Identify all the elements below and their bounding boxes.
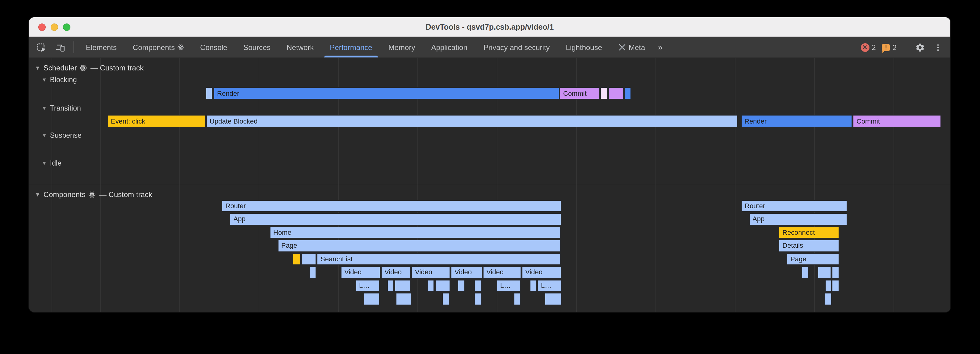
flame-bar-video[interactable]: Video	[483, 266, 521, 278]
track-subtitle: — Custom track	[99, 190, 152, 199]
flame-bar-details[interactable]: Details	[779, 240, 839, 252]
tab-label: Network	[286, 43, 314, 52]
flame-bar-commit[interactable]: Commit	[853, 115, 941, 127]
flame-bar-event-click[interactable]: Event: click	[107, 115, 205, 127]
flame-bar-video[interactable]: Video	[340, 266, 380, 278]
tab-elements[interactable]: Elements	[78, 37, 125, 57]
flame-bar-chip[interactable]	[825, 279, 832, 292]
flame-bar-l[interactable]: L…	[496, 279, 520, 292]
flame-bar-chip[interactable]	[396, 293, 411, 305]
tab-privacy-and-security[interactable]: Privacy and security	[476, 37, 558, 57]
flame-bar-chip[interactable]	[802, 266, 809, 278]
collapse-triangle-icon[interactable]: ▼	[42, 105, 47, 111]
error-badge[interactable]: ✕ 2	[861, 43, 876, 52]
tab-console[interactable]: Console	[192, 37, 235, 57]
flame-bar-chip[interactable]	[435, 279, 450, 292]
flame-bar-update-blocked[interactable]: Update Blocked	[206, 115, 738, 127]
flame-bar-chip[interactable]	[600, 87, 607, 99]
flame-bar-label: Router	[222, 201, 560, 211]
device-toolbar-icon[interactable]	[51, 37, 70, 57]
flame-bar-chip[interactable]	[387, 279, 394, 292]
flame-bar-commit[interactable]: Commit	[560, 87, 600, 99]
tab-application[interactable]: Application	[423, 37, 475, 57]
collapse-triangle-icon[interactable]: ▼	[35, 65, 40, 71]
flame-bar-chip[interactable]	[608, 87, 624, 99]
collapse-triangle-icon[interactable]: ▼	[35, 191, 40, 198]
flame-bar-chip[interactable]	[205, 87, 212, 99]
flame-bar-l[interactable]: L…	[537, 279, 562, 292]
lane-label: Suspense	[50, 132, 81, 139]
tab-lighthouse[interactable]: Lighthouse	[558, 37, 610, 57]
tab-label: Performance	[330, 43, 372, 52]
flame-bar-chip[interactable]	[395, 279, 410, 292]
flame-bar-chip[interactable]	[442, 293, 450, 305]
tab-network[interactable]: Network	[278, 37, 322, 57]
flame-bar-video[interactable]: Video	[381, 266, 410, 278]
flame-bar-chip[interactable]	[427, 279, 434, 292]
flame-bar-label: Details	[779, 240, 838, 251]
more-tabs-chevron[interactable]: »	[653, 37, 668, 57]
lane-blocking[interactable]: ▼Blocking	[42, 76, 77, 83]
flame-bar-label: Event: click	[108, 116, 205, 127]
zoom-button[interactable]	[63, 23, 70, 30]
flame-bar-page[interactable]: Page	[787, 253, 839, 265]
tab-components[interactable]: Components	[125, 37, 192, 57]
scheduler-track-header[interactable]: ▼ Scheduler — Custom track	[35, 62, 143, 73]
flame-bar-label: Home	[270, 227, 560, 238]
flame-bar-chip[interactable]	[293, 253, 301, 265]
flame-bar-router[interactable]: Router	[222, 200, 561, 212]
components-track-header[interactable]: ▼ Components — Custom track	[35, 189, 152, 200]
flame-bar-label: Video	[341, 267, 379, 278]
flame-bar-chip[interactable]	[530, 279, 537, 292]
flame-bar-chip[interactable]	[514, 293, 520, 305]
flame-bar-label: Video	[452, 267, 482, 278]
flame-bar-chip[interactable]	[832, 279, 839, 292]
flame-bar-chip[interactable]	[824, 293, 832, 305]
flame-bar-video[interactable]: Video	[522, 266, 561, 278]
lane-transition[interactable]: ▼Transition	[42, 104, 81, 112]
devtools-window: DevTools - qsvd7p.csb.app/video/1 Elemen…	[29, 17, 950, 312]
flame-bar-l[interactable]: L…	[355, 279, 380, 292]
tab-memory[interactable]: Memory	[380, 37, 423, 57]
warning-badge[interactable]: ! 2	[882, 43, 897, 52]
minimize-button[interactable]	[51, 23, 58, 30]
lane-suspense[interactable]: ▼Suspense	[42, 132, 81, 139]
flame-bar-chip[interactable]	[301, 253, 316, 265]
tab-performance[interactable]: Performance	[322, 37, 380, 57]
collapse-triangle-icon[interactable]: ▼	[42, 132, 47, 139]
flame-bar-video[interactable]: Video	[451, 266, 482, 278]
close-button[interactable]	[38, 23, 46, 30]
flame-bar-searchlist[interactable]: SearchList	[317, 253, 561, 265]
warning-count: 2	[892, 43, 897, 52]
flame-bar-chip[interactable]	[458, 279, 465, 292]
flame-bar-chip[interactable]	[474, 279, 482, 292]
flame-bar-router[interactable]: Router	[741, 200, 847, 212]
flame-bar-label: L…	[497, 280, 520, 291]
flame-bar-chip[interactable]	[474, 293, 482, 305]
tab-label: Privacy and security	[484, 43, 550, 52]
flame-bar-label: App	[230, 214, 560, 225]
flame-bar-app[interactable]: App	[230, 213, 561, 225]
flame-bar-chip[interactable]	[309, 266, 316, 278]
flame-bar-chip[interactable]	[624, 87, 631, 99]
settings-gear-icon[interactable]	[911, 42, 929, 52]
collapse-triangle-icon[interactable]: ▼	[42, 77, 47, 83]
flame-bar-render[interactable]: Render	[213, 87, 559, 99]
tab-sources[interactable]: Sources	[235, 37, 278, 57]
flame-bar-video[interactable]: Video	[411, 266, 450, 278]
flame-bar-page[interactable]: Page	[278, 240, 561, 252]
tab-meta[interactable]: Meta	[610, 37, 653, 57]
flame-bar-chip[interactable]	[363, 293, 379, 305]
flame-bar-chip[interactable]	[544, 293, 562, 305]
collapse-triangle-icon[interactable]: ▼	[42, 160, 47, 166]
flame-bar-reconnect[interactable]: Reconnect	[779, 226, 839, 238]
flame-bar-chip[interactable]	[832, 266, 839, 278]
titlebar: DevTools - qsvd7p.csb.app/video/1	[29, 17, 950, 37]
flame-bar-app[interactable]: App	[749, 213, 847, 225]
flame-bar-render[interactable]: Render	[741, 115, 852, 127]
inspect-element-icon[interactable]	[29, 37, 51, 57]
flame-bar-home[interactable]: Home	[270, 226, 561, 238]
lane-idle[interactable]: ▼Idle	[42, 159, 62, 166]
kebab-menu-icon[interactable]	[929, 42, 947, 52]
flame-bar-chip[interactable]	[817, 266, 831, 278]
